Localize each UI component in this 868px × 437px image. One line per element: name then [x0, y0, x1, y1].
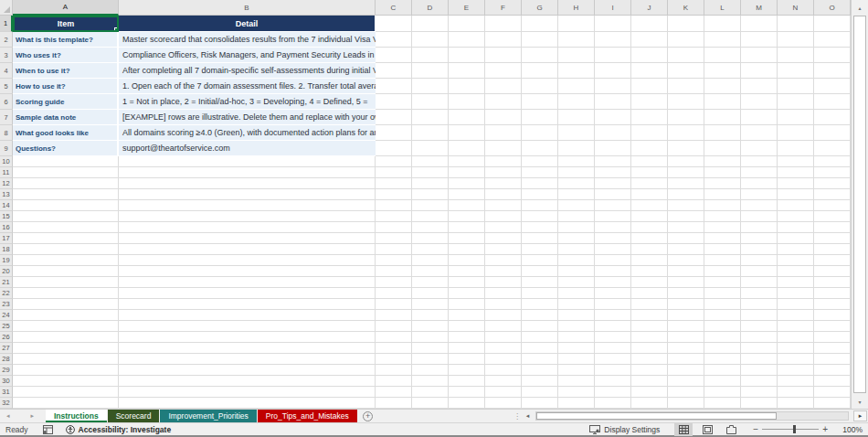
cell-A16[interactable] [13, 222, 119, 233]
cell-B19[interactable] [119, 255, 376, 266]
empty-cells-row-32[interactable] [376, 398, 851, 409]
macro-record-icon[interactable] [43, 425, 53, 434]
empty-cells-row-7[interactable] [376, 110, 851, 125]
scroll-up-button[interactable]: ▴ [852, 1, 867, 15]
row-header-3[interactable]: 3 [0, 48, 13, 63]
column-header-B[interactable]: B [119, 0, 376, 16]
cell-B27[interactable] [119, 343, 376, 354]
row-header-2[interactable]: 2 [0, 32, 13, 48]
cell-A3[interactable]: Who uses it? [13, 48, 119, 63]
vertical-scrollbar[interactable]: ▴ ▾ [851, 0, 868, 409]
cell-A29[interactable] [13, 365, 119, 376]
cell-B2[interactable]: Master scorecard that consolidates resul… [119, 32, 376, 48]
row-header-31[interactable]: 31 [0, 387, 13, 398]
empty-cells-row-12[interactable] [376, 178, 851, 189]
cell-B13[interactable] [119, 189, 376, 200]
row-header-11[interactable]: 11 [0, 167, 13, 178]
cell-A14[interactable] [13, 200, 119, 211]
horizontal-scrollbar[interactable] [535, 411, 849, 421]
row-header-6[interactable]: 6 [0, 94, 13, 110]
vertical-scroll-thumb[interactable] [853, 16, 866, 393]
empty-cells-row-14[interactable] [376, 200, 851, 211]
cell-B29[interactable] [119, 365, 376, 376]
cell-B12[interactable] [119, 178, 376, 189]
column-header-A[interactable]: A [13, 0, 119, 16]
cell-A20[interactable] [13, 266, 119, 277]
empty-cells-row-22[interactable] [376, 288, 851, 299]
cell-A32[interactable] [13, 398, 119, 409]
tab-splitter-handle[interactable]: ⋮ [513, 410, 521, 422]
tab-scroll-right-icon[interactable]: ▸ [30, 412, 34, 420]
column-header-C[interactable]: C [376, 0, 412, 16]
cell-B30[interactable] [119, 376, 376, 387]
empty-cells-row-21[interactable] [376, 277, 851, 288]
row-header-7[interactable]: 7 [0, 110, 13, 125]
new-sheet-button[interactable]: + [358, 410, 378, 422]
empty-cells-row-30[interactable] [376, 376, 851, 387]
hscroll-left-button[interactable]: ◂ [522, 410, 534, 422]
empty-cells-row-6[interactable] [376, 94, 851, 110]
row-header-8[interactable]: 8 [0, 125, 13, 141]
zoom-slider[interactable] [762, 429, 819, 430]
cell-A2[interactable]: What is this template? [13, 32, 119, 48]
display-settings-button[interactable]: Display Settings [589, 425, 660, 434]
cell-B5[interactable]: 1. Open each of the 7 domain assessment … [119, 79, 376, 94]
cell-A17[interactable] [13, 233, 119, 244]
row-header-20[interactable]: 20 [0, 266, 13, 277]
empty-cells-row-17[interactable] [376, 233, 851, 244]
row-header-1[interactable]: 1 [0, 16, 13, 32]
column-header-I[interactable]: I [595, 0, 631, 16]
row-header-10[interactable]: 10 [0, 156, 13, 167]
row-header-21[interactable]: 21 [0, 277, 13, 288]
empty-cells-row-26[interactable] [376, 332, 851, 343]
cell-B23[interactable] [119, 299, 376, 310]
cell-A7[interactable]: Sample data note [13, 110, 119, 125]
cell-A21[interactable] [13, 277, 119, 288]
column-header-D[interactable]: D [412, 0, 449, 16]
row-header-5[interactable]: 5 [0, 79, 13, 94]
cell-B9[interactable]: support@theartofservice.com [119, 141, 376, 156]
cell-A25[interactable] [13, 321, 119, 332]
cell-B14[interactable] [119, 200, 376, 211]
row-header-22[interactable]: 22 [0, 288, 13, 299]
cell-A11[interactable] [13, 167, 119, 178]
fill-handle[interactable] [114, 27, 119, 32]
cell-A10[interactable] [13, 156, 119, 167]
empty-cells-row-1[interactable] [376, 16, 851, 32]
row-header-26[interactable]: 26 [0, 332, 13, 343]
row-header-24[interactable]: 24 [0, 310, 13, 321]
cell-B31[interactable] [119, 387, 376, 398]
cell-A4[interactable]: When to use it? [13, 63, 119, 79]
row-header-14[interactable]: 14 [0, 200, 13, 211]
cell-B7[interactable]: [EXAMPLE] rows are illustrative. Delete … [119, 110, 376, 125]
cell-B11[interactable] [119, 167, 376, 178]
cell-A13[interactable] [13, 189, 119, 200]
cell-B20[interactable] [119, 266, 376, 277]
cell-A23[interactable] [13, 299, 119, 310]
cell-B8[interactable]: All domains scoring ≥4.0 (Green), with d… [119, 125, 376, 141]
zoom-out-button[interactable]: − [753, 424, 758, 434]
cell-B4[interactable]: After completing all 7 domain-specific s… [119, 63, 376, 79]
empty-cells-row-18[interactable] [376, 244, 851, 255]
cell-A6[interactable]: Scoring guide [13, 94, 119, 110]
cell-A5[interactable]: How to use it? [13, 79, 119, 94]
cell-B22[interactable] [119, 288, 376, 299]
column-header-O[interactable]: O [814, 0, 851, 16]
cell-B3[interactable]: Compliance Officers, Risk Managers, and … [119, 48, 376, 63]
accessibility-status-button[interactable]: Accessibility: Investigate [66, 425, 172, 434]
empty-cells-row-16[interactable] [376, 222, 851, 233]
empty-cells-row-24[interactable] [376, 310, 851, 321]
empty-cells-row-9[interactable] [376, 141, 851, 156]
cell-B25[interactable] [119, 321, 376, 332]
sheet-tab-pro_tips_and_mistakes[interactable]: Pro_Tips_and_Mistakes [258, 410, 357, 422]
empty-cells-row-19[interactable] [376, 255, 851, 266]
empty-cells-row-5[interactable] [376, 79, 851, 94]
row-header-9[interactable]: 9 [0, 141, 13, 156]
select-all-button[interactable] [0, 0, 13, 16]
empty-cells-row-4[interactable] [376, 63, 851, 79]
row-header-32[interactable]: 32 [0, 398, 13, 409]
row-header-18[interactable]: 18 [0, 244, 13, 255]
row-header-25[interactable]: 25 [0, 321, 13, 332]
cell-B28[interactable] [119, 354, 376, 365]
zoom-level[interactable]: 100% [839, 425, 863, 434]
